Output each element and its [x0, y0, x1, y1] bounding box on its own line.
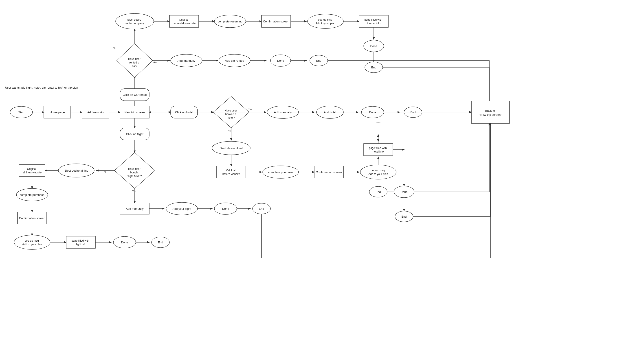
click-flight-label: Click on flight [126, 132, 144, 136]
add-manually-car-label: Add manually [178, 59, 195, 62]
flowchart: User wants add flight, hotel, car rental… [0, 0, 644, 354]
popup-car-top-node [308, 14, 344, 28]
arrow-end-hotel-final-backnewtrip [413, 123, 490, 217]
new-trip-screen-label: New trip screen [124, 111, 145, 114]
page-filled-hotel-node [364, 144, 393, 156]
svg-rect-14 [366, 122, 390, 134]
add-car-rented-label: Add car rented [225, 59, 244, 62]
complete-purchase-hotel-label: complete purchase [268, 170, 293, 174]
popup-hotel-node [360, 165, 396, 179]
done-car-top-label: Done [370, 44, 377, 48]
original-airline-node [19, 164, 45, 177]
no-label-hotel: No [228, 129, 231, 132]
add-new-trip-label: Add new trip [87, 111, 104, 114]
popup-flight-node [14, 235, 50, 250]
arrow-end-car-yes-backnewtrip [328, 60, 489, 112]
have-rented-car-node [117, 44, 153, 77]
yes-label-flight: Yes [132, 190, 136, 192]
yes-label-hotel: Yes [248, 108, 252, 111]
slect-desire-airline-label: Slect desire airline [64, 169, 88, 172]
end-car-yes-label: End [316, 59, 321, 62]
page-filled-car-node [359, 15, 388, 27]
add-manually-flight-label: Add manually [126, 207, 144, 210]
confirmation-hotel-label: Confirmation screen [316, 170, 342, 174]
end-hotel-final-label: End [401, 215, 406, 218]
add-your-flight-label: Add your flight [172, 207, 191, 210]
homepage-label: Home page [50, 111, 65, 114]
arrow-end-hotel-backnewtrip [387, 123, 489, 192]
done-hotel-after-pagefilled-label: Done [400, 190, 408, 194]
start-label: Start [18, 111, 24, 114]
done-car-yes-label: Done [277, 59, 284, 62]
done-flight-label: Done [121, 241, 128, 244]
click-car-rental-label: Click on Car rental [123, 93, 147, 96]
done-flight-yes-label: Done [222, 207, 229, 210]
end-hotel-label: End [376, 190, 381, 194]
page-filled-flight-node [66, 236, 96, 248]
user-label: User wants add flight, hotel, car rental… [5, 86, 78, 89]
original-hotel-node [216, 166, 246, 178]
no-label-flight: No [104, 171, 107, 174]
slect-desire-rental-node [116, 13, 154, 29]
complete-reserving-label: complete reserving [218, 20, 242, 23]
slect-desire-hotel-label: Slect desire Hotel [220, 146, 243, 150]
end-flight-label: End [158, 241, 163, 244]
end-car-top-label: End [371, 66, 376, 69]
end-flight-yes-label: End [259, 207, 264, 210]
yes-label-car: Yes [153, 61, 157, 64]
no-label-car: No [113, 47, 116, 49]
confirmation-flight-label: Confirmation screen [19, 217, 45, 220]
complete-purchase-flight-label: complete purchase [20, 193, 44, 197]
confirmation-car-top-label: Confirmation screen [263, 20, 289, 23]
original-car-rental-node [170, 15, 199, 27]
have-bought-flight-node [114, 153, 155, 188]
